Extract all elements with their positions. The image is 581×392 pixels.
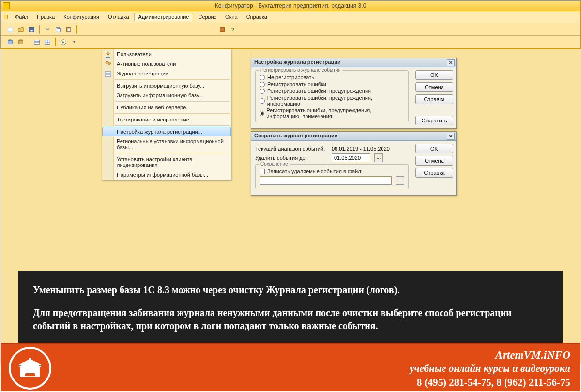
- svg-rect-27: [29, 369, 31, 371]
- dialog-title: Настройка журнала регистрации ✕: [251, 58, 456, 67]
- menu-debug[interactable]: Отладка: [104, 13, 133, 21]
- dd-license[interactable]: Установить настройки клиента лицензирова…: [102, 154, 231, 170]
- toolbar-grip-icon: [4, 15, 8, 19]
- dd-import-db[interactable]: Загрузить информационную базу...: [102, 90, 231, 100]
- slogan: учебные онлайн курсы и видеоуроки: [410, 362, 570, 375]
- annotation-line-1: Уменьшить размер базы 1С 8.3 можно через…: [33, 284, 548, 297]
- dd-journal[interactable]: Журнал регистрации: [102, 69, 231, 78]
- toolbar-sep: [29, 38, 29, 46]
- browse-button[interactable]: ...: [396, 176, 404, 185]
- delete-before-label: Удалить события до:: [255, 155, 328, 161]
- svg-rect-4: [57, 28, 60, 32]
- db-icon-2[interactable]: [16, 38, 25, 46]
- svg-rect-22: [105, 72, 111, 76]
- dd-sep: [115, 79, 230, 80]
- svg-rect-12: [34, 40, 40, 44]
- svg-point-29: [38, 373, 40, 375]
- grid-icon[interactable]: [43, 38, 52, 46]
- menu-admin[interactable]: Администрирование: [134, 13, 194, 21]
- fieldset-legend: Регистрировать в журнале события: [259, 67, 342, 73]
- toolbar-2: ▼: [1, 36, 580, 48]
- open-icon[interactable]: [16, 25, 25, 34]
- ok-button[interactable]: OK: [415, 144, 453, 153]
- dd-journal-settings[interactable]: Настройка журнала регистрации...: [102, 127, 231, 136]
- cut-icon[interactable]: ✂: [43, 25, 52, 34]
- dd-sep: [115, 125, 230, 126]
- svg-rect-0: [8, 27, 12, 32]
- menu-config[interactable]: Конфигурация: [60, 13, 103, 21]
- file-path-input[interactable]: [260, 176, 392, 185]
- radio-none[interactable]: Не регистрировать: [260, 75, 404, 80]
- menu-file[interactable]: Файл: [11, 13, 32, 21]
- copy-icon[interactable]: [54, 25, 62, 34]
- svg-rect-9: [8, 40, 13, 44]
- fieldset-save: Сохранение Записать удаляемые события в …: [255, 164, 409, 189]
- help-button[interactable]: Справка: [415, 168, 453, 178]
- toolbar-sep: [55, 38, 56, 46]
- radio-all[interactable]: Регистрировать ошибки, предупреждения, и…: [260, 107, 404, 119]
- book-icon[interactable]: [218, 25, 227, 34]
- dd-sep: [115, 113, 230, 114]
- ok-button[interactable]: OK: [415, 70, 453, 80]
- dd-sep: [115, 153, 230, 153]
- menu-edit[interactable]: Правка: [33, 13, 59, 21]
- toolbar-1: ✂ ?: [1, 23, 580, 36]
- svg-point-20: [106, 61, 108, 64]
- radio-err-warn[interactable]: Регистрировать ошибки, предупреждения: [260, 88, 404, 94]
- user-icon: [104, 51, 112, 59]
- checkbox-icon[interactable]: [260, 169, 265, 174]
- workspace: Пользователи Активные пользователи Журна…: [0, 49, 581, 363]
- dd-test-repair[interactable]: Тестирование и исправление...: [102, 115, 231, 124]
- range-value: 06.01.2019 - 11.05.2020: [332, 146, 390, 151]
- svg-point-19: [107, 52, 109, 55]
- help-icon[interactable]: ?: [229, 25, 237, 34]
- list-icon[interactable]: [32, 38, 41, 46]
- menu-service[interactable]: Сервис: [194, 13, 220, 21]
- close-icon[interactable]: ✕: [447, 59, 455, 66]
- users-icon: [104, 60, 112, 68]
- admin-dropdown: Пользователи Активные пользователи Журна…: [102, 49, 231, 180]
- fieldset-log-events: Регистрировать в журнале события Не реги…: [255, 70, 409, 122]
- cancel-button[interactable]: Отмена: [415, 82, 453, 92]
- dd-users[interactable]: Пользователи: [102, 49, 231, 59]
- delete-date-input[interactable]: [332, 153, 370, 162]
- db-icon-1[interactable]: [6, 38, 15, 46]
- radio-err-warn-info[interactable]: Регистрировать ошибки, предупреждения, и…: [260, 95, 404, 106]
- shrink-button[interactable]: Сократить: [415, 116, 453, 125]
- toolbar-sep: [39, 25, 40, 34]
- svg-point-21: [108, 62, 111, 65]
- fieldset-legend: Сохранение: [259, 161, 290, 166]
- play-icon[interactable]: [59, 38, 68, 46]
- paste-icon[interactable]: [64, 25, 73, 34]
- dd-sep: [115, 101, 230, 102]
- dd-regional[interactable]: Региональные установки информационной ба…: [102, 136, 231, 152]
- cancel-button[interactable]: Отмена: [415, 156, 453, 166]
- journal-icon: [104, 70, 112, 78]
- brand: ArtemVM.iNFO: [410, 349, 570, 362]
- dd-active-users[interactable]: Активные пользователи: [102, 59, 231, 69]
- checkbox-save-to-file[interactable]: Записать удаляемые события в файл:: [260, 168, 404, 174]
- help-button[interactable]: Справка: [415, 94, 453, 104]
- app-icon: [3, 2, 10, 9]
- menu-windows[interactable]: Окна: [221, 13, 242, 21]
- menu-help[interactable]: Справка: [243, 13, 271, 21]
- date-picker-button[interactable]: ...: [374, 153, 383, 162]
- app-window: Конфигуратор - Бухгалтерия предприятия, …: [0, 0, 581, 49]
- close-icon[interactable]: ✕: [447, 133, 455, 140]
- menubar: Файл Правка Конфигурация Отладка Админис…: [1, 11, 580, 23]
- dropdown-icon[interactable]: ▼: [70, 38, 78, 46]
- range-label: Текущий диапазон событий:: [255, 146, 328, 151]
- dd-export-db[interactable]: Выгрузить информационную базу...: [102, 81, 231, 90]
- dialog-journal-settings: Настройка журнала регистрации ✕ Регистри…: [251, 58, 457, 129]
- dd-web-publish[interactable]: Публикация на веб-сервере...: [102, 103, 231, 112]
- annotation-line-2: Для предотвращения забивания журнала нен…: [33, 306, 548, 332]
- footer-banner: ArtemVM.iNFO учебные онлайн курсы и виде…: [1, 343, 580, 391]
- dd-db-params[interactable]: Параметры информационной базы...: [102, 170, 231, 180]
- window-title: Конфигуратор - Бухгалтерия предприятия, …: [215, 2, 367, 9]
- svg-rect-6: [67, 28, 70, 31]
- save-icon[interactable]: [27, 25, 36, 34]
- radio-errors[interactable]: Регистрировать ошибки: [260, 81, 404, 87]
- dialog-title: Сократить журнал регистрации ✕: [251, 132, 456, 141]
- new-icon[interactable]: [6, 25, 15, 34]
- svg-rect-7: [220, 27, 225, 31]
